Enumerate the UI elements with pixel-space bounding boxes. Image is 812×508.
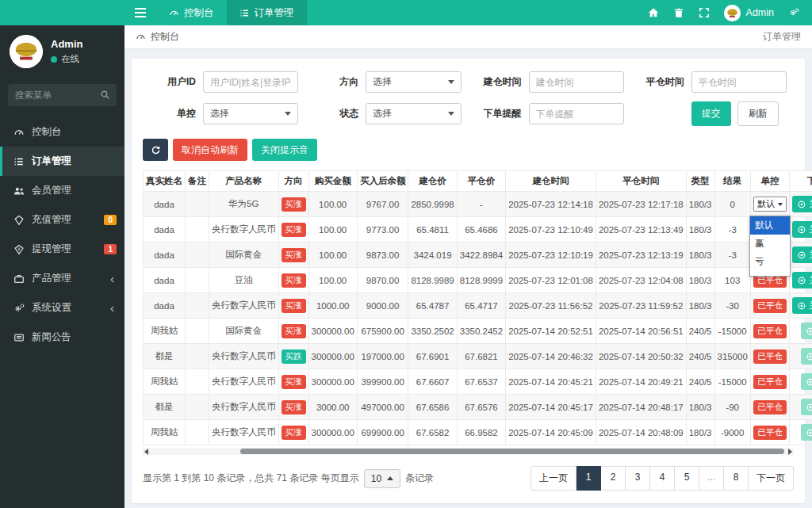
cell-control: 已平仓 xyxy=(750,420,789,445)
page-button-下一页[interactable]: 下一页 xyxy=(749,466,794,491)
dropdown-option[interactable]: 赢 xyxy=(750,235,790,253)
filter-select[interactable]: 选择 xyxy=(366,71,461,93)
fullscreen-icon[interactable] xyxy=(699,7,710,18)
cell-close-price: - xyxy=(457,192,505,217)
auto-refresh-icon-button[interactable] xyxy=(143,139,168,161)
horizontal-scrollbar[interactable] xyxy=(143,448,794,455)
cell-direction: 买涨 xyxy=(278,369,308,395)
sidebar-item-0[interactable]: 控制台 xyxy=(0,117,124,147)
filter-select[interactable]: 选择 xyxy=(203,103,298,124)
remind-button[interactable]: 关闭提示音 xyxy=(792,246,812,263)
cell-remind: 已关闭 xyxy=(789,344,812,369)
closed-badge: 已平仓 xyxy=(753,400,787,414)
per-page-select[interactable]: 10 xyxy=(364,469,400,488)
cell-remind: 关闭提示音 xyxy=(789,268,812,293)
filter-input[interactable] xyxy=(203,71,298,93)
cell-close-time: 2025-07-14 20:48:09 xyxy=(596,420,686,445)
closed-badge: 已平仓 xyxy=(753,375,787,389)
user-menu[interactable]: Admin xyxy=(724,5,774,21)
home-icon[interactable] xyxy=(648,7,659,18)
col-header: 购买金额 xyxy=(308,171,357,192)
remind-button[interactable]: 关闭提示音 xyxy=(792,297,812,314)
scrollbar-thumb[interactable] xyxy=(240,449,784,454)
gauge-icon xyxy=(13,127,25,138)
filter-input[interactable] xyxy=(529,103,624,124)
page-button-2[interactable]: 2 xyxy=(601,466,626,491)
sidebar-item-4[interactable]: 提现管理1 xyxy=(0,235,124,264)
cell-balance: 497000.00 xyxy=(357,395,408,420)
cell-close-price: 8128.9999 xyxy=(457,268,505,293)
table-row: 周我姑央行数字人民币买涨300000.00399900.0067.660767.… xyxy=(144,369,812,395)
filter-label: 用户ID xyxy=(150,75,196,89)
cell-open-time: 2025-07-14 20:52:51 xyxy=(506,319,596,344)
col-header: 买入后余额 xyxy=(357,171,408,192)
sidebar-item-1[interactable]: 订单管理 xyxy=(0,147,124,176)
col-header: 方向 xyxy=(278,171,308,192)
cancel-auto-refresh-button[interactable]: 取消自动刷新 xyxy=(173,139,247,161)
sound-off-icon xyxy=(806,429,812,437)
page-button-1[interactable]: 1 xyxy=(576,466,601,491)
cell-product: 央行数字人民币 xyxy=(209,420,279,445)
cell-balance: 9873.00 xyxy=(357,243,408,268)
cell-amount: 100.00 xyxy=(308,268,357,293)
topnav-tab-0[interactable]: 控制台 xyxy=(156,0,227,25)
remind-button: 已关闭 xyxy=(801,348,812,365)
remind-button: 已关闭 xyxy=(801,424,812,441)
remind-button[interactable]: 关闭提示音 xyxy=(792,272,812,288)
page-button-5[interactable]: 5 xyxy=(675,466,699,491)
cell-direction: 买涨 xyxy=(278,268,308,293)
control-select[interactable]: 默认 xyxy=(753,197,787,212)
cell-close-time: 2025-07-23 12:04:08 xyxy=(596,268,686,293)
cell-amount: 100.00 xyxy=(308,243,357,268)
cell-type: 180/3 xyxy=(686,192,714,217)
cell-result: -3 xyxy=(714,217,750,243)
topnav-tab-1[interactable]: 订单管理 xyxy=(227,0,307,25)
cell-product: 央行数字人民币 xyxy=(209,344,279,369)
briefcase-icon xyxy=(13,273,25,285)
sidebar-item-7[interactable]: 新闻公告 xyxy=(0,323,124,352)
refresh-button[interactable]: 刷新 xyxy=(737,101,779,126)
sidebar-item-6[interactable]: 系统设置 xyxy=(0,293,124,323)
sidebar-item-5[interactable]: 产品管理 xyxy=(0,264,124,293)
direction-badge: 买涨 xyxy=(282,197,306,212)
page-button-8[interactable]: 8 xyxy=(724,466,749,491)
sidebar-item-2[interactable]: 会员管理 xyxy=(0,176,124,205)
cell-amount: 300000.00 xyxy=(308,420,357,445)
control-dropdown: 默认赢亏 xyxy=(749,216,791,277)
trash-icon[interactable] xyxy=(673,7,684,18)
menu-toggle-button[interactable] xyxy=(124,0,156,25)
submit-button[interactable]: 提交 xyxy=(691,101,731,126)
cell-control: 已平仓 xyxy=(750,319,789,344)
page-button-3[interactable]: 3 xyxy=(626,466,650,491)
list-icon xyxy=(239,8,250,18)
filter-form: 用户ID方向选择建仓时间平仓时间单控选择状态选择下单提醒 提交 刷新 xyxy=(139,71,798,126)
col-header: 下单提醒 xyxy=(789,171,812,192)
cell-amount: 100.00 xyxy=(308,217,357,243)
cell-balance: 399900.00 xyxy=(357,369,408,395)
filter-r1-1: 方向选择 xyxy=(312,71,461,93)
remind-button[interactable]: 关闭提示音 xyxy=(792,221,812,238)
table-row: 周我姑国际黄金买涨300000.00675900.003350.25023350… xyxy=(144,319,812,344)
mute-sound-button[interactable]: 关闭提示音 xyxy=(252,139,317,161)
page-button-4[interactable]: 4 xyxy=(650,466,675,491)
cell-product: 豆油 xyxy=(209,268,279,293)
dropdown-option[interactable]: 默认 xyxy=(750,216,790,235)
caret-down-icon xyxy=(448,80,454,84)
cell-close-price: 65.4686 xyxy=(457,217,505,243)
scroll-right-arrow[interactable] xyxy=(788,449,792,455)
cell-open-price: 65.4787 xyxy=(408,293,457,319)
cell-name: 周我姑 xyxy=(144,420,186,445)
cell-balance: 9773.00 xyxy=(357,217,408,243)
cell-direction: 买涨 xyxy=(278,192,308,217)
filter-input[interactable] xyxy=(691,71,787,93)
filter-select[interactable]: 选择 xyxy=(366,103,461,124)
sidebar-item-3[interactable]: 充值管理0 xyxy=(0,205,124,235)
gears-icon[interactable] xyxy=(788,7,799,18)
filter-input[interactable] xyxy=(529,71,624,93)
page-button-上一页[interactable]: 上一页 xyxy=(530,466,576,491)
scroll-left-arrow[interactable] xyxy=(144,449,148,455)
remind-button[interactable]: 关闭提示音 xyxy=(792,196,812,212)
search-icon[interactable] xyxy=(100,90,110,100)
dropdown-option[interactable]: 亏 xyxy=(750,253,790,271)
sidebar-search xyxy=(8,84,117,106)
